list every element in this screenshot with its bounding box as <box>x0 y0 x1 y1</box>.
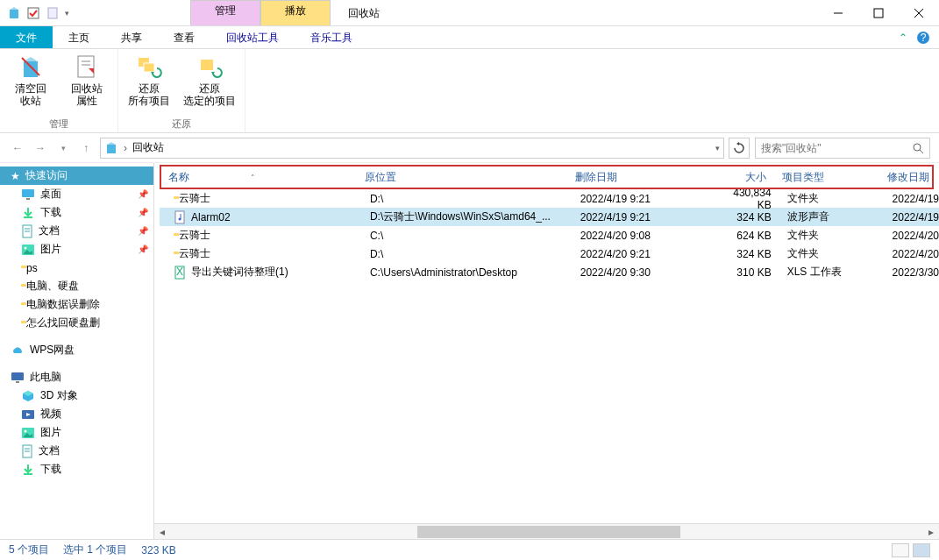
svg-rect-37 <box>175 211 184 223</box>
scrollbar-thumb[interactable] <box>417 526 680 538</box>
restore-all-button[interactable]: 还原 所有项目 <box>127 53 171 116</box>
pin-icon: 📌 <box>138 226 148 236</box>
collapse-ribbon-icon[interactable]: ⌃ <box>899 32 907 44</box>
file-location: D:\ <box>363 248 573 260</box>
nav-item[interactable]: 文档 <box>0 442 153 460</box>
ribbon-tabs: 文件 主页 共享 查看 回收站工具 音乐工具 ⌃ ? <box>0 26 939 49</box>
col-type[interactable]: 项目类型 <box>775 170 880 185</box>
nav-item-label: 桌面 <box>40 187 61 202</box>
tab-home[interactable]: 主页 <box>53 26 105 48</box>
tab-file[interactable]: 文件 <box>0 26 53 48</box>
view-details-button[interactable] <box>892 543 909 557</box>
tab-music-tools[interactable]: 音乐工具 <box>295 26 368 48</box>
svg-rect-9 <box>24 61 38 77</box>
doc-icon <box>21 224 33 238</box>
quick-access-header[interactable]: ★ 快速访问 <box>0 167 153 185</box>
tab-recycle-tools[interactable]: 回收站工具 <box>210 26 295 48</box>
close-button[interactable] <box>899 0 939 25</box>
nav-item[interactable]: 文档📌 <box>0 222 153 240</box>
recycle-properties-button[interactable]: 回收站 属性 <box>65 53 109 116</box>
search-icon[interactable] <box>912 142 924 154</box>
blank-doc-icon[interactable] <box>46 6 60 20</box>
scroll-left-icon[interactable]: ◂ <box>154 524 170 539</box>
col-deleted[interactable]: 删除日期 <box>568 170 705 185</box>
empty-recycle-button[interactable]: 清空回 收站 <box>9 53 53 116</box>
refresh-button[interactable] <box>729 138 750 159</box>
ribbon-group-restore: 还原 所有项目 还原 选定的项目 还原 <box>118 49 245 132</box>
contextual-tab-play[interactable]: 播放 <box>260 0 331 25</box>
quick-access-toolbar: ▾ <box>0 0 76 25</box>
file-row[interactable]: 云骑士C:\2022/4/20 9:08624 KB文件夹2022/4/20 <box>160 226 939 245</box>
file-location: C:\Users\Administrator\Desktop <box>363 266 573 279</box>
back-button[interactable]: ← <box>9 139 26 157</box>
chevron-right-icon[interactable]: › <box>124 142 127 154</box>
breadcrumb[interactable]: 回收站 <box>132 140 164 155</box>
nav-item[interactable]: 下载 <box>0 460 153 478</box>
status-selected: 选中 1 个项目 <box>63 542 127 557</box>
nav-item[interactable]: 图片📌 <box>0 240 153 259</box>
file-location: D:\ <box>363 193 573 205</box>
dropdown-icon[interactable]: ▾ <box>715 144 720 152</box>
qat-dropdown-icon[interactable]: ▾ <box>65 9 69 18</box>
file-modified: 2022/4/20 <box>886 230 939 242</box>
nav-item-label: 文档 <box>39 443 60 458</box>
file-modified: 2022/3/30 <box>886 266 939 279</box>
svg-rect-11 <box>78 56 94 77</box>
nav-item[interactable]: 怎么找回硬盘删 <box>0 314 153 332</box>
file-row[interactable]: 云骑士D:\2022/4/19 9:21430,834 KB文件夹2022/4/… <box>160 189 939 208</box>
search-input[interactable] <box>761 142 912 154</box>
nav-item[interactable]: 电脑、硬盘 <box>0 277 153 295</box>
col-location[interactable]: 原位置 <box>358 170 568 185</box>
tab-view[interactable]: 查看 <box>158 26 210 48</box>
this-pc[interactable]: 此电脑 <box>0 368 153 386</box>
scroll-right-icon[interactable]: ▸ <box>923 524 939 539</box>
col-size[interactable]: 大小 <box>705 170 775 185</box>
minimize-button[interactable] <box>818 0 858 25</box>
nav-item-label: 怎么找回硬盘删 <box>26 315 100 330</box>
help-icon[interactable]: ? <box>916 31 930 45</box>
restore-selected-button[interactable]: 还原 选定的项目 <box>183 53 236 116</box>
search-box[interactable] <box>755 138 930 159</box>
maximize-button[interactable] <box>858 0 899 25</box>
file-deleted-date: 2022/4/20 9:30 <box>573 266 710 279</box>
file-row[interactable]: 云骑士D:\2022/4/20 9:21324 KB文件夹2022/4/20 <box>160 245 939 263</box>
nav-item-label: 电脑数据误删除 <box>26 297 100 312</box>
svg-text:?: ? <box>921 32 927 44</box>
horizontal-scrollbar[interactable]: ◂ ▸ <box>154 523 939 539</box>
tab-share[interactable]: 共享 <box>105 26 158 48</box>
nav-item[interactable]: 图片 <box>0 423 153 442</box>
sort-indicator-icon: ˄ <box>251 174 255 182</box>
nav-item-label: 3D 对象 <box>40 388 78 403</box>
recent-locations-button[interactable]: ▾ <box>54 139 72 157</box>
nav-item[interactable]: ps <box>0 259 153 277</box>
address-bar[interactable]: › 回收站 ▾ <box>100 138 724 159</box>
file-location: D:\云骑士\Windows\WinSxS\amd64_... <box>363 209 573 224</box>
nav-item[interactable]: 桌面📌 <box>0 185 153 203</box>
wps-drive[interactable]: WPS网盘 <box>0 341 153 359</box>
file-modified: 2022/4/20 <box>886 248 939 260</box>
music-icon <box>174 210 186 224</box>
file-name: Alarm02 <box>191 211 231 223</box>
nav-item[interactable]: 电脑数据误删除 <box>0 295 153 314</box>
file-size: 310 KB <box>710 266 780 279</box>
contextual-tab-manage[interactable]: 管理 <box>190 0 260 25</box>
checkbox-icon[interactable] <box>26 6 40 20</box>
forward-button[interactable]: → <box>32 139 49 157</box>
nav-item[interactable]: 下载📌 <box>0 203 153 222</box>
nav-item[interactable]: 视频 <box>0 405 153 423</box>
file-row[interactable]: Alarm02D:\云骑士\Windows\WinSxS\amd64_...20… <box>160 208 939 226</box>
view-icons-button[interactable] <box>913 543 930 557</box>
empty-bin-icon <box>17 53 45 81</box>
file-rows[interactable]: 云骑士D:\2022/4/19 9:21430,834 KB文件夹2022/4/… <box>154 189 939 523</box>
file-row[interactable]: X导出关键词待整理(1)C:\Users\Administrator\Deskt… <box>160 263 939 281</box>
nav-item-label: ps <box>26 262 38 274</box>
nav-item[interactable]: 3D 对象 <box>0 386 153 405</box>
col-name[interactable]: 名称˄ <box>161 170 358 185</box>
col-modified[interactable]: 修改日期 <box>880 170 932 185</box>
svg-point-27 <box>25 246 27 249</box>
column-headers[interactable]: 名称˄ 原位置 删除日期 大小 项目类型 修改日期 <box>160 165 934 189</box>
navigation-pane[interactable]: ★ 快速访问 桌面📌下载📌文档📌图片📌ps电脑、硬盘电脑数据误删除怎么找回硬盘删… <box>0 163 154 539</box>
svg-rect-1 <box>28 8 39 18</box>
file-list-pane: 名称˄ 原位置 删除日期 大小 项目类型 修改日期 云骑士D:\2022/4/1… <box>154 163 939 539</box>
up-button[interactable]: ↑ <box>77 139 95 157</box>
